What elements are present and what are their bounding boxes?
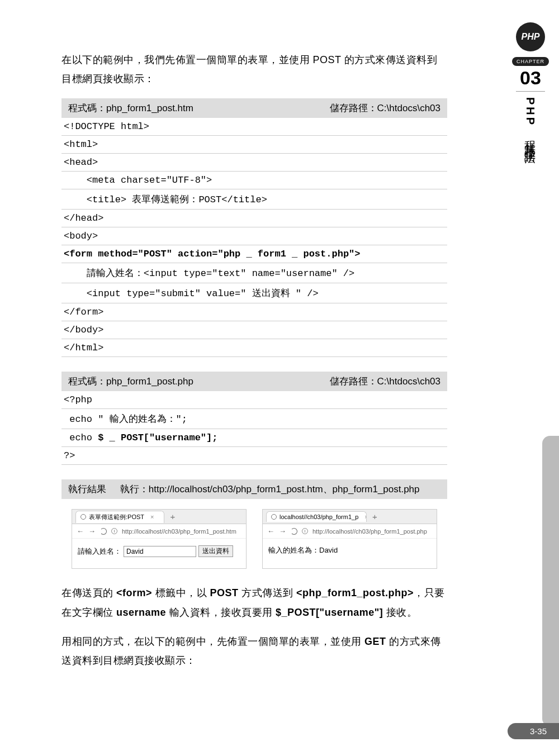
code-file-label: 程式碼：php_form1_post.php bbox=[68, 375, 193, 388]
result-block: 執行結果 執行：http://localhost/ch03/php_form1_… bbox=[61, 479, 447, 569]
code-line: <form method="POST" action="php _ form1 … bbox=[61, 245, 447, 263]
browser-tab[interactable]: localhost//ch03/php_form1_p × bbox=[266, 511, 367, 522]
chapter-label: CHAPTER bbox=[512, 57, 549, 66]
address-bar: ← → i http://localhost//ch03/php_form1_p… bbox=[72, 524, 246, 539]
submit-button[interactable]: 送出資料 bbox=[198, 545, 233, 557]
page-content-area: 請輸入姓名： 送出資料 bbox=[72, 539, 246, 568]
code-line: <title> 表單傳送範例：POST</title> bbox=[61, 189, 447, 210]
url-text: http://localhost//ch03/php_form1_post.ph… bbox=[312, 528, 427, 535]
browser-tabbar: 表單傳送範例:POST × + bbox=[72, 510, 246, 524]
back-icon[interactable]: ← bbox=[267, 527, 274, 535]
code-body: <!DOCTYPE html><html><head> <meta charse… bbox=[61, 118, 447, 357]
close-icon[interactable]: × bbox=[150, 513, 154, 520]
form-label: 請輸入姓名： bbox=[78, 546, 121, 557]
vtitle-rest: 程式基礎語法 bbox=[524, 127, 537, 146]
output-text: 輸入的姓名為：David bbox=[268, 545, 338, 555]
back-icon[interactable]: ← bbox=[77, 527, 84, 535]
browser-window-2: localhost//ch03/php_form1_p × + ← → i ht… bbox=[262, 509, 437, 569]
code-line: </html> bbox=[61, 339, 447, 357]
sidebar: PHP CHAPTER 03 PHP 程式基礎語法 bbox=[514, 22, 547, 146]
code-path-label: 儲存路徑：C:\htdocs\ch03 bbox=[330, 375, 440, 388]
page-edge-tab bbox=[542, 436, 559, 726]
reload-icon[interactable] bbox=[100, 528, 107, 535]
code-block-php: 程式碼：php_form1_post.php 儲存路徑：C:\htdocs\ch… bbox=[61, 372, 447, 465]
result-run-text: http://localhost/ch03/php_form1_post.htm… bbox=[149, 484, 420, 495]
forward-icon[interactable]: → bbox=[88, 527, 96, 535]
new-tab-button[interactable]: + bbox=[170, 512, 175, 521]
reload-icon[interactable] bbox=[291, 528, 297, 535]
code-line: <!DOCTYPE html> bbox=[61, 118, 447, 136]
code-path-label: 儲存路徑：C:\htdocs\ch03 bbox=[330, 102, 440, 115]
forward-icon[interactable]: → bbox=[279, 527, 286, 535]
code-line: <html> bbox=[61, 136, 447, 154]
chapter-title-vertical: PHP 程式基礎語法 bbox=[523, 97, 538, 146]
code-line: </form> bbox=[61, 303, 447, 321]
code-header: 程式碼：php_form1_post.php 儲存路徑：C:\htdocs\ch… bbox=[61, 372, 447, 391]
page-content: 在以下的範例中，我們先佈置一個簡單的表單，並使用 POST 的方式來傳送資料到目… bbox=[0, 0, 481, 702]
url-text: http://localhost//ch03/php_form1_post.ht… bbox=[122, 528, 236, 535]
code-file-label: 程式碼：php_form1_post.htm bbox=[68, 102, 193, 115]
explanation-paragraph-2: 用相同的方式，在以下的範例中，先佈置一個簡單的表單，並使用 GET 的方式來傳送… bbox=[61, 632, 447, 670]
explanation-paragraph-1: 在傳送頁的 <form> 標籤中，以 POST 方式傳送到 <php_form1… bbox=[61, 583, 447, 621]
site-info-icon[interactable]: i bbox=[111, 528, 117, 534]
code-line: <body> bbox=[61, 227, 447, 245]
close-icon[interactable]: × bbox=[364, 513, 367, 520]
result-run-label: 執行： bbox=[120, 484, 149, 495]
code-line: ?> bbox=[61, 447, 447, 465]
intro-paragraph: 在以下的範例中，我們先佈置一個簡單的表單，並使用 POST 的方式來傳送資料到目… bbox=[61, 50, 447, 88]
browser-screenshots: 表單傳送範例:POST × + ← → i http://localhost//… bbox=[61, 499, 447, 569]
php-badge-icon: PHP bbox=[516, 22, 545, 51]
code-line: </head> bbox=[61, 210, 447, 227]
chapter-number: 03 bbox=[516, 67, 545, 92]
code-line: <head> bbox=[61, 154, 447, 172]
code-header: 程式碼：php_form1_post.htm 儲存路徑：C:\htdocs\ch… bbox=[61, 98, 447, 118]
code-line: echo " 輸入的姓名為："; bbox=[61, 409, 447, 429]
code-line: <input type="submit" value=" 送出資料 " /> bbox=[61, 283, 447, 303]
code-line: <meta charset="UTF-8"> bbox=[61, 172, 447, 189]
page-content-area: 輸入的姓名為：David bbox=[263, 539, 437, 567]
browser-tabbar: localhost//ch03/php_form1_p × + bbox=[263, 510, 437, 524]
code-line: <?php bbox=[61, 391, 447, 409]
page-number: 3-35 bbox=[508, 723, 559, 739]
code-line: echo $ _ POST["username"]; bbox=[61, 429, 447, 447]
browser-tab[interactable]: 表單傳送範例:POST × bbox=[75, 511, 164, 523]
address-bar: ← → i http://localhost//ch03/php_form1_p… bbox=[263, 524, 437, 539]
site-info-icon[interactable]: i bbox=[302, 528, 308, 534]
result-header: 執行結果 執行：http://localhost/ch03/php_form1_… bbox=[61, 479, 447, 499]
globe-icon bbox=[271, 514, 277, 520]
username-input[interactable] bbox=[124, 546, 196, 557]
result-label: 執行結果 bbox=[68, 484, 106, 495]
vtitle-php: PHP bbox=[524, 97, 537, 127]
code-block-htm: 程式碼：php_form1_post.htm 儲存路徑：C:\htdocs\ch… bbox=[61, 98, 447, 357]
new-tab-button[interactable]: + bbox=[372, 512, 377, 521]
code-line: </body> bbox=[61, 321, 447, 339]
code-body: <?php echo " 輸入的姓名為："; echo $ _ POST["us… bbox=[61, 391, 447, 465]
globe-icon bbox=[80, 514, 86, 520]
code-line: 請輸入姓名：<input type="text" name="username"… bbox=[61, 263, 447, 283]
browser-window-1: 表單傳送範例:POST × + ← → i http://localhost//… bbox=[72, 509, 247, 569]
tab-title: 表單傳送範例:POST bbox=[89, 513, 144, 521]
tab-title: localhost//ch03/php_form1_p bbox=[280, 513, 358, 520]
